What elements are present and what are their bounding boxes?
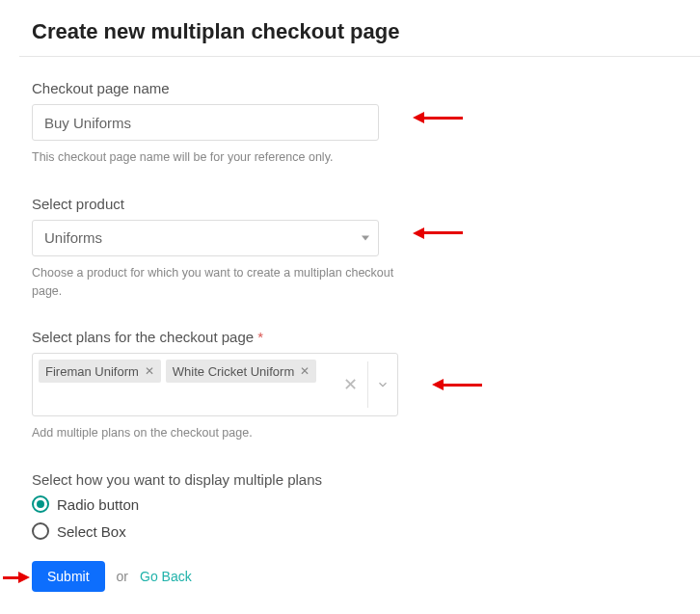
required-asterisk: *: [257, 329, 263, 345]
plans-label: Select plans for the checkout page *: [32, 329, 700, 345]
chevron-down-icon[interactable]: [368, 354, 397, 415]
submit-button[interactable]: Submit: [32, 561, 105, 592]
product-value: Uniforms: [44, 229, 102, 246]
annotation-arrow-icon: [432, 379, 482, 390]
checkout-name-label: Checkout page name: [32, 80, 700, 96]
page-title: Create new multiplan checkout page: [32, 19, 700, 44]
checkout-name-help: This checkout page name will be for your…: [32, 148, 417, 167]
product-help: Choose a product for which you want to c…: [32, 264, 417, 301]
annotation-arrow-icon: [413, 227, 463, 239]
radio-label: Radio button: [57, 496, 139, 513]
checkout-name-input[interactable]: [32, 104, 379, 141]
radio-icon: [32, 522, 49, 540]
divider: [19, 56, 700, 57]
field-select-plans: Select plans for the checkout page * Fir…: [32, 329, 700, 442]
clear-all-icon[interactable]: ✕: [334, 354, 367, 415]
plan-tag-label: Fireman Uniform: [45, 364, 139, 379]
plans-help: Add multiple plans on the checkout page.: [32, 424, 417, 442]
annotation-arrow-icon: [3, 572, 30, 583]
form-actions: Submit or Go Back: [32, 561, 700, 592]
field-checkout-name: Checkout page name This checkout page na…: [32, 80, 700, 167]
plan-tag: Fireman Uniform ✕: [39, 360, 161, 383]
caret-down-icon: [362, 235, 369, 240]
display-radio-group: Radio button Select Box: [32, 495, 700, 540]
plans-label-text: Select plans for the checkout page: [32, 329, 254, 345]
plan-tag: White Cricket Uniform ✕: [166, 360, 316, 383]
plans-multiselect[interactable]: Fireman Uniform ✕ White Cricket Uniform …: [32, 353, 398, 416]
go-back-link[interactable]: Go Back: [140, 569, 192, 584]
radio-label: Select Box: [57, 523, 126, 540]
plans-tags: Fireman Uniform ✕ White Cricket Uniform …: [33, 354, 334, 415]
display-label: Select how you want to display multiple …: [32, 471, 700, 488]
remove-tag-icon[interactable]: ✕: [300, 364, 310, 378]
field-display-mode: Select how you want to display multiple …: [32, 471, 700, 540]
annotation-arrow-icon: [413, 112, 463, 123]
field-select-product: Select product Uniforms Choose a product…: [32, 196, 700, 301]
product-select[interactable]: Uniforms: [32, 220, 379, 256]
product-label: Select product: [32, 196, 700, 212]
radio-option-select-box[interactable]: Select Box: [32, 522, 700, 540]
or-text: or: [117, 569, 128, 584]
plan-tag-label: White Cricket Uniform: [173, 364, 294, 379]
radio-option-radio-button[interactable]: Radio button: [32, 495, 700, 513]
remove-tag-icon[interactable]: ✕: [145, 364, 154, 378]
radio-icon: [32, 495, 49, 513]
